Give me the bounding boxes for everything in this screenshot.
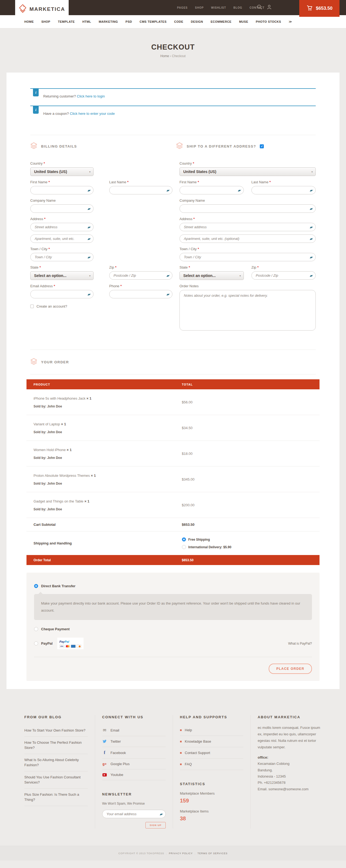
brand-logo[interactable]: MARKETICA — [15, 0, 69, 19]
office-line: Kecamatan Coblong — [257, 761, 321, 767]
stat-label: Marketplace Items — [180, 809, 244, 813]
billing-state-label: State — [30, 265, 94, 269]
billing-country-select[interactable]: United States (US) ▾ — [30, 167, 94, 176]
nav-template[interactable]: TEMPLATE — [58, 20, 75, 23]
what-is-paypal-link[interactable]: What is PayPal? — [288, 642, 312, 646]
nav-muse[interactable]: MUSE — [239, 20, 248, 23]
top-link-pages[interactable]: PAGES — [177, 6, 187, 9]
shipping-zip-input[interactable] — [251, 271, 316, 280]
billing-town-input[interactable] — [30, 253, 94, 261]
social-link-googleplus[interactable]: Google Plus — [102, 758, 166, 770]
blog-link[interactable]: How To Choose The Perfect Fashion Store? — [24, 737, 88, 754]
account-icon[interactable] — [267, 4, 272, 11]
shipping-country-select[interactable]: United States (US) ▾ — [179, 167, 316, 176]
coupon-link[interactable]: Click here to enter your code — [70, 112, 115, 116]
billing-state-select[interactable]: Select an option... ▾ — [30, 271, 94, 280]
shipping-first-name-input[interactable] — [179, 186, 244, 194]
search-icon[interactable] — [257, 4, 262, 11]
nav-code[interactable]: CODE — [174, 20, 183, 23]
autofill-gazelle-icon — [87, 225, 91, 230]
place-order-button[interactable]: PLACE ORDER — [269, 663, 312, 674]
newsletter-email-input[interactable] — [102, 810, 166, 818]
nav-marketing[interactable]: MARKETING — [99, 20, 118, 23]
create-account-checkbox[interactable]: Create an account? — [30, 304, 172, 308]
order-notes-label: Order Notes — [179, 284, 316, 288]
chevron-down-icon: ▾ — [240, 274, 241, 277]
billing-company-input[interactable] — [30, 205, 94, 213]
bank-transfer-radio[interactable]: Direct Bank Transfer — [34, 581, 312, 591]
divider — [30, 374, 316, 374]
nav-home[interactable]: HOME — [24, 20, 34, 23]
autofill-gazelle-icon — [166, 274, 170, 279]
product-total: $345.00 — [182, 477, 195, 482]
shipping-address2-input[interactable] — [179, 235, 316, 243]
nav-psd[interactable]: PSD — [126, 20, 132, 23]
nav-photo-stocks[interactable]: PHOTO STOCKS — [256, 20, 281, 23]
billing-last-name-input[interactable] — [109, 186, 172, 194]
product-qty: × 1 — [86, 396, 91, 400]
top-link-shop[interactable]: SHOP — [195, 6, 204, 9]
nav-ecommerce[interactable]: ECOMMERCE — [211, 20, 231, 23]
bullet-icon — [180, 730, 182, 731]
shipping-country-label: Country — [179, 161, 316, 165]
cart-button[interactable]: $653.50 — [299, 0, 340, 17]
social-link-facebook[interactable]: Facebook — [102, 747, 166, 758]
privacy-policy-link[interactable]: PRIVACY POLICY — [169, 852, 193, 855]
shipping-last-name-input[interactable] — [251, 186, 316, 194]
billing-company-label: Company Name — [30, 198, 172, 203]
help-link[interactable]: Knowladge Base — [180, 736, 244, 747]
social-link-twitter[interactable]: Twitter — [102, 736, 166, 747]
nav-design[interactable]: DESIGN — [191, 20, 203, 23]
shipping-last-name-label: Last Name — [251, 180, 316, 184]
bank-transfer-description: Make your payment directly into our bank… — [34, 594, 312, 620]
shipping-town-input[interactable] — [179, 253, 316, 261]
shipping-address1-input[interactable] — [179, 223, 316, 231]
bullet-icon — [180, 764, 182, 765]
billing-email-input[interactable] — [30, 290, 94, 298]
newsletter-note: We Won't Spam, We Promise — [102, 802, 166, 805]
footer: FROM OUR BLOG How To Start Your Own Fash… — [0, 689, 346, 846]
shipping-row: Shipping and Handling Free Shipping Inte… — [27, 531, 319, 555]
cheque-payment-radio[interactable]: Cheque Payment — [34, 624, 312, 634]
billing-zip-input[interactable] — [109, 271, 172, 280]
nav-more-chevron-icon[interactable]: ≫ — [289, 20, 292, 24]
blog-link[interactable]: Plus Size Fashion: Is There Such a Thing… — [24, 789, 88, 806]
top-link-wishlist[interactable]: WISHLIST — [211, 6, 226, 9]
shipping-first-name-label: First Name — [179, 180, 244, 184]
free-shipping-radio[interactable]: Free Shipping — [182, 537, 231, 541]
ship-to-different-checkbox[interactable] — [260, 144, 264, 148]
statistics-heading: STATISTICS — [180, 782, 244, 786]
nav-cms-templates[interactable]: CMS TEMPLATES — [139, 20, 167, 23]
page-header: CHECKOUT Home › Checkout — [0, 28, 346, 72]
order-notes-textarea[interactable] — [179, 290, 316, 331]
signup-button[interactable]: SIGN UP — [145, 822, 166, 829]
nav-shop[interactable]: SHOP — [41, 20, 50, 23]
help-link[interactable]: Contact Support — [180, 747, 244, 758]
autofill-gazelle-icon — [309, 188, 313, 193]
tag-logo-icon — [19, 4, 27, 14]
billing-phone-input[interactable] — [109, 290, 172, 298]
billing-first-name-input[interactable] — [30, 186, 94, 194]
billing-address2-input[interactable] — [30, 235, 94, 243]
terms-link[interactable]: TERMS OF SERVICES — [198, 852, 228, 855]
top-link-blog[interactable]: BLOG — [233, 6, 242, 9]
social-link-email[interactable]: Email — [102, 724, 166, 736]
coupon-notice: Have a coupon? Click here to enter your … — [30, 105, 316, 120]
blog-link[interactable]: Should You Use Fashion Consultant Servic… — [24, 771, 88, 789]
shipping-state-select[interactable]: Select an option... ▾ — [179, 271, 244, 280]
international-delivery-radio[interactable]: International Delivery: $5.90 — [182, 545, 231, 549]
paypal-radio[interactable]: PayPal PayPal VISA What is PayPal? — [34, 634, 312, 652]
product-name: Variant of Laptop — [34, 422, 61, 426]
social-link-youtube[interactable]: Youtube — [102, 770, 166, 780]
help-link[interactable]: Help — [180, 724, 244, 736]
blog-link[interactable]: What Is So Alluring About Celebrity Fash… — [24, 754, 88, 771]
shipping-company-input[interactable] — [179, 205, 316, 213]
info-icon — [33, 89, 39, 96]
breadcrumb-home[interactable]: Home — [160, 54, 169, 58]
login-link[interactable]: Click here to login — [77, 94, 105, 98]
help-link[interactable]: FAQ — [180, 758, 244, 770]
blog-link[interactable]: How To Start Your Own Fashion Store? — [24, 724, 88, 737]
billing-address1-input[interactable] — [30, 223, 94, 231]
breadcrumb-separator: › — [170, 54, 171, 58]
nav-html[interactable]: HTML — [82, 20, 91, 23]
